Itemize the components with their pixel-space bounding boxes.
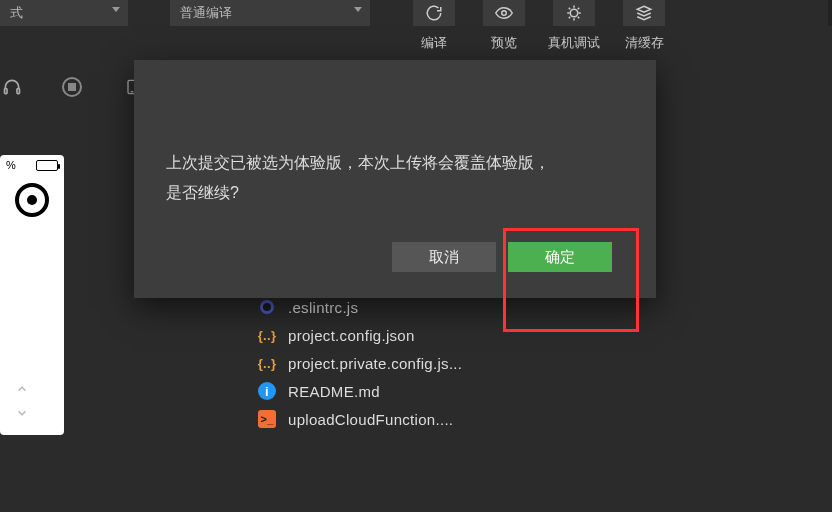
stop-icon[interactable]: [62, 77, 82, 97]
simulator-panel: %: [0, 155, 64, 435]
compile-label: 编译: [421, 34, 447, 52]
mode-dropdown[interactable]: 式: [0, 0, 128, 26]
cancel-button[interactable]: 取消: [392, 242, 496, 272]
chevron-down-icon[interactable]: [10, 401, 34, 425]
chevron-down-icon: [112, 7, 120, 12]
file-name: README.md: [288, 383, 380, 400]
headphones-icon[interactable]: [0, 75, 24, 99]
svg-point-0: [502, 11, 507, 16]
dialog-line1: 上次提交已被选为体验版，本次上传将会覆盖体验版，: [166, 154, 550, 171]
layers-icon: [635, 4, 653, 22]
file-name: project.private.config.js...: [288, 355, 462, 372]
file-name: project.config.json: [288, 327, 415, 344]
preview-label: 预览: [491, 34, 517, 52]
mode-dropdown-label: 式: [10, 4, 23, 22]
dialog-line2: 是否继续?: [166, 184, 239, 201]
json-icon: {..}: [258, 354, 276, 372]
file-item[interactable]: {..} project.private.config.js...: [258, 354, 462, 372]
secondary-toolbar: [0, 75, 144, 99]
compile-dropdown[interactable]: 普通编译: [170, 0, 370, 26]
svg-rect-2: [5, 89, 8, 94]
dialog-message: 上次提交已被选为体验版，本次上传将会覆盖体验版， 是否继续?: [166, 148, 624, 209]
stepper: [10, 377, 34, 425]
dialog-actions: 取消 确定: [392, 242, 612, 272]
battery-percent: %: [6, 159, 16, 171]
eye-icon: [494, 4, 514, 22]
compile-button[interactable]: 编译: [404, 0, 464, 52]
ok-button[interactable]: 确定: [508, 242, 612, 272]
battery-icon: [36, 160, 58, 171]
svg-point-1: [570, 9, 578, 17]
file-item[interactable]: >_ uploadCloudFunction....: [258, 410, 462, 428]
terminal-icon: >_: [258, 410, 276, 428]
svg-rect-3: [17, 89, 20, 94]
file-name: uploadCloudFunction....: [288, 411, 453, 428]
real-debug-label: 真机调试: [548, 34, 600, 52]
info-icon: i: [258, 382, 276, 400]
divider: [828, 0, 832, 26]
file-explorer: .eslintrc.js {..} project.config.json {.…: [258, 298, 462, 428]
real-debug-button[interactable]: 真机调试: [544, 0, 604, 52]
file-item[interactable]: .eslintrc.js: [258, 298, 462, 316]
top-toolbar: 式 普通编译 编译 预览 真机调试 清缓存: [0, 0, 832, 56]
preview-button[interactable]: 预览: [474, 0, 534, 52]
file-item[interactable]: i README.md: [258, 382, 462, 400]
eslint-icon: [258, 298, 276, 316]
clear-cache-button[interactable]: 清缓存: [614, 0, 674, 52]
refresh-icon: [425, 4, 443, 22]
clear-cache-label: 清缓存: [625, 34, 664, 52]
chevron-up-icon[interactable]: [10, 377, 34, 401]
compile-dropdown-label: 普通编译: [180, 4, 232, 22]
bug-icon: [565, 4, 583, 22]
json-icon: {..}: [258, 326, 276, 344]
file-item[interactable]: {..} project.config.json: [258, 326, 462, 344]
record-icon: [15, 183, 49, 217]
confirm-dialog: 上次提交已被选为体验版，本次上传将会覆盖体验版， 是否继续? 取消 确定: [134, 60, 656, 298]
file-name: .eslintrc.js: [288, 299, 358, 316]
simulator-statusbar: %: [0, 155, 64, 173]
chevron-down-icon: [354, 7, 362, 12]
